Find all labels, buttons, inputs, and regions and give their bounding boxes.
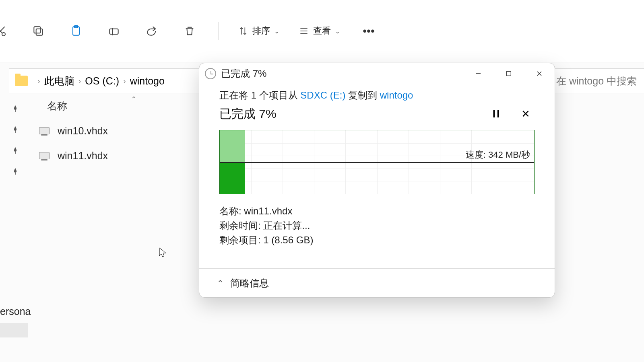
- progress-percent: 已完成 7%: [219, 106, 477, 122]
- dialog-titlebar[interactable]: 已完成 7%: [199, 63, 555, 84]
- chevron-right-icon: ›: [37, 76, 40, 86]
- detail-time: 正在计算...: [263, 220, 310, 231]
- copy-icon[interactable]: [29, 22, 47, 40]
- sort-label: 排序: [252, 25, 270, 37]
- dest-link[interactable]: wintogo: [380, 90, 413, 101]
- maximize-button[interactable]: [496, 65, 522, 82]
- sort-button[interactable]: 排序 ⌄: [238, 25, 279, 37]
- paste-icon[interactable]: [67, 22, 85, 40]
- breadcrumb-drive[interactable]: OS (C:): [85, 75, 119, 87]
- svg-rect-6: [109, 29, 118, 34]
- svg-rect-2: [36, 29, 43, 35]
- sort-indicator-icon: ⌃: [131, 95, 137, 104]
- svg-rect-7: [507, 72, 511, 76]
- pin-icon[interactable]: [11, 125, 21, 135]
- cursor-icon: [159, 247, 167, 258]
- chevron-down-icon: ⌄: [335, 27, 340, 35]
- pause-button[interactable]: II: [488, 105, 506, 123]
- chevron-right-icon: ›: [78, 76, 81, 86]
- speed-graph: 速度: 342 MB/秒: [219, 130, 535, 194]
- close-button[interactable]: [526, 65, 552, 82]
- clock-icon: [205, 68, 216, 79]
- file-name: win11.vhdx: [58, 150, 108, 162]
- breadcrumb-root[interactable]: 此电脑: [44, 74, 74, 88]
- brief-toggle[interactable]: ⌃ 简略信息: [199, 268, 555, 297]
- detail-items: 1 (8.56 GB): [263, 234, 313, 245]
- column-name-label: 名称: [47, 99, 67, 113]
- dialog-body: 正在将 1 个项目从 SDXC (E:) 复制到 wintogo 已完成 7% …: [199, 84, 555, 268]
- chevron-down-icon: ⌄: [274, 27, 279, 35]
- view-label: 查看: [313, 25, 331, 37]
- more-icon[interactable]: •••: [359, 22, 378, 40]
- disk-icon: [39, 152, 50, 159]
- delete-icon[interactable]: [180, 22, 199, 40]
- pin-icon[interactable]: [11, 105, 21, 114]
- search-placeholder: 在 wintogo 中搜索: [556, 74, 637, 88]
- dialog-title: 已完成 7%: [221, 67, 266, 80]
- sidebar-pins: [0, 93, 26, 188]
- rename-icon[interactable]: [105, 22, 123, 40]
- copy-description: 正在将 1 个项目从 SDXC (E:) 复制到 wintogo: [219, 89, 535, 102]
- copy-dialog: 已完成 7% 正在将 1 个项目从 SDXC (E:) 复制到 wintogo …: [199, 63, 555, 298]
- copy-details: 名称: win11.vhdx 剩余时间: 正在计算... 剩余项目: 1 (8.…: [219, 204, 535, 247]
- source-link[interactable]: SDXC (E:): [300, 90, 345, 101]
- pin-icon[interactable]: [11, 167, 21, 177]
- toolbar-separator: [218, 22, 219, 40]
- view-button[interactable]: 查看 ⌄: [299, 25, 340, 37]
- cut-icon[interactable]: [0, 22, 10, 40]
- cancel-button[interactable]: ✕: [517, 105, 535, 123]
- minimize-button[interactable]: [465, 65, 491, 82]
- nav-item[interactable]: ersona: [0, 303, 28, 320]
- chevron-up-icon: ⌃: [217, 278, 224, 288]
- search-input[interactable]: 在 wintogo 中搜索: [556, 68, 644, 93]
- file-name: win10.vhdx: [58, 125, 108, 137]
- speed-label: 速度: 342 MB/秒: [466, 149, 530, 161]
- pin-icon[interactable]: [11, 146, 21, 156]
- nav-tree: ersona: [0, 303, 28, 337]
- share-icon[interactable]: [142, 22, 161, 40]
- disk-icon: [39, 127, 50, 134]
- chevron-right-icon: ›: [123, 76, 126, 86]
- detail-name: win11.vhdx: [244, 206, 292, 216]
- brief-label: 简略信息: [230, 277, 269, 290]
- svg-rect-3: [34, 27, 40, 33]
- folder-icon: [15, 76, 28, 86]
- breadcrumb-folder[interactable]: wintogo: [130, 75, 165, 87]
- nav-item-selected[interactable]: [0, 323, 28, 337]
- toolbar: 排序 ⌄ 查看 ⌄ •••: [0, 0, 644, 62]
- svg-point-1: [2, 33, 5, 36]
